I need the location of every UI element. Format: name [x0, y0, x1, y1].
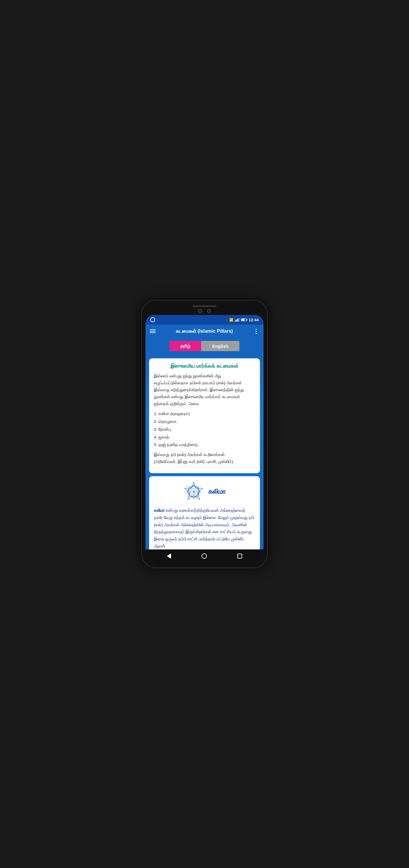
list-item-3: 3. நோன்பு. [154, 426, 255, 433]
app-title: கடமைகள் (Islamic Pillars) [159, 329, 249, 334]
phone-camera-left [198, 309, 202, 313]
signal-icon [235, 318, 239, 321]
recents-button[interactable] [237, 554, 242, 558]
back-button[interactable] [167, 553, 171, 559]
menu-button[interactable] [150, 330, 156, 333]
list-item-4: 4. ஜகாத். [154, 434, 255, 441]
home-button[interactable] [202, 553, 207, 559]
phone-speaker [193, 305, 216, 307]
tab-tamil[interactable]: தமிழ் [170, 341, 201, 351]
recents-square-icon [237, 554, 242, 558]
phone-screen: 📶 12:44 [145, 315, 264, 563]
more-options-button[interactable]: ⋮ [253, 328, 259, 335]
home-circle-icon [202, 553, 207, 559]
info-card: இஸுலாமிய மார்க்கக் கடமைகள் இஸ்லாம் என்பத… [149, 358, 260, 473]
info-card-title: இஸுலாமிய மார்க்கக் கடமைகள் [154, 363, 255, 369]
tab-english[interactable]: English [201, 341, 239, 351]
list-item-5: 5. ஹஜ் (புனித யாத்திரை), [154, 441, 255, 448]
status-indicator [150, 317, 155, 322]
kalima-title: கலிமா [208, 488, 226, 495]
info-list: 1. கலிமா (ஷாஹாதா). 2. தொழுகை. 3. நோன்பு.… [154, 410, 255, 449]
status-time: 12:44 [249, 318, 259, 322]
kalima-body: கலிமா என்பது வணக்கத்திற்குரியவன் அல்லாஹ்… [154, 507, 255, 550]
islamic-star-icon: ﷺ [183, 481, 204, 502]
svg-text:ﷺ: ﷺ [193, 491, 195, 493]
kalima-card: ﷺ கலிமா கலிமா என்பது வணக்கத்திற்குரியவன்… [149, 476, 260, 550]
bottom-nav [145, 550, 264, 563]
phone-device: 📶 12:44 [141, 300, 268, 568]
info-footer: இவ்வாறு நபி (ஸல்) அவர்கள் கூறினார்கள்.(அ… [154, 452, 255, 465]
phone-camera-right [207, 309, 211, 313]
phone-speaker-area [145, 305, 264, 307]
app-bar: கடமைகள் (Islamic Pillars) ⋮ [145, 324, 264, 338]
info-card-body: இஸ்லாம் என்பது ஐந்து தூண்களின் மீது எழுப… [154, 373, 255, 465]
list-item-1: 1. கலிமா (ஷாஹாதா). [154, 410, 255, 417]
back-arrow-icon [167, 553, 171, 559]
wifi-icon: 📶 [229, 318, 233, 322]
status-right: 📶 12:44 [229, 318, 259, 322]
battery-icon [241, 318, 246, 321]
status-bar: 📶 12:44 [145, 315, 264, 324]
phone-camera-row [145, 309, 264, 313]
kalima-body-text: என்பது வணக்கத்திற்குரியவன் அல்லாஹ்வைத் த… [154, 508, 254, 548]
kalima-header: ﷺ கலிமா [154, 481, 255, 502]
info-intro: இஸ்லாம் என்பது ஐந்து தூண்களின் மீது எழுப… [154, 373, 255, 407]
main-content: இஸுலாமிய மார்க்கக் கடமைகள் இஸ்லாம் என்பத… [145, 355, 264, 550]
tab-bar: தமிழ் English [145, 338, 264, 355]
kalima-bold-word: கலிமா [154, 508, 165, 513]
list-item-2: 2. தொழுகை. [154, 418, 255, 425]
